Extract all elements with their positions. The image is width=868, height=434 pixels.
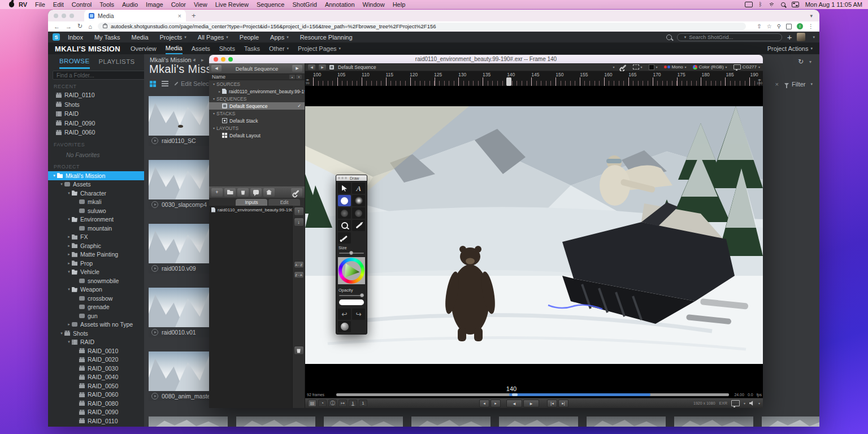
address-bar[interactable]: autodesk.shotgunstudio.com/page/media_ce… bbox=[98, 23, 746, 30]
nav-all-pages[interactable]: All Pages▾ bbox=[198, 34, 228, 41]
tree-item-environment[interactable]: ▾Environment bbox=[48, 215, 144, 224]
find-folder-input[interactable]: Find a Folder... bbox=[53, 71, 145, 80]
menubar-clock[interactable]: Mon Aug 1 11:05 AM bbox=[805, 1, 862, 8]
project-tab-other[interactable]: Other▾ bbox=[269, 43, 289, 54]
menu-sequence[interactable]: Sequence bbox=[257, 1, 285, 8]
eraser-tool[interactable] bbox=[352, 220, 365, 231]
tree-item-prop[interactable]: ▸Prop bbox=[48, 259, 144, 268]
tree-item-raid[interactable]: ▾RAID bbox=[48, 338, 144, 347]
view-options-chevron-icon[interactable]: ▾ bbox=[613, 65, 615, 69]
scrubber-thumb[interactable] bbox=[512, 393, 518, 396]
redo-button[interactable]: ↪ bbox=[352, 309, 365, 320]
media-item[interactable] bbox=[674, 416, 753, 427]
tree-item-raid-0050[interactable]: RAID_0050 bbox=[48, 381, 144, 390]
tree-item-raid-0040[interactable]: RAID_0040 bbox=[48, 373, 144, 382]
session-section-sources[interactable]: ▾SOURCES bbox=[209, 80, 305, 88]
play-forward-button[interactable]: ▸ bbox=[523, 400, 539, 407]
delete-button[interactable] bbox=[237, 188, 249, 197]
background-button[interactable]: ▾ bbox=[649, 64, 658, 70]
close-tab-icon[interactable]: × bbox=[178, 12, 181, 19]
tree-item-vehicle[interactable]: ▾Vehicle bbox=[48, 268, 144, 277]
opacity-slider-thumb[interactable] bbox=[360, 293, 364, 297]
recent-item-raid-0090[interactable]: RAID_0090 bbox=[48, 119, 144, 128]
media-item[interactable] bbox=[149, 416, 228, 427]
tree-item-mkali[interactable]: mkali bbox=[48, 198, 144, 207]
session-item-default-sequence[interactable]: Default Sequence✓ bbox=[209, 102, 305, 110]
menu-app-name[interactable]: RV bbox=[19, 1, 27, 8]
menu-control[interactable]: Control bbox=[72, 1, 92, 8]
draw-palette-titlebar[interactable]: Draw bbox=[336, 175, 367, 181]
tree-item-raid-0090[interactable]: RAID_0090 bbox=[48, 408, 144, 417]
wifi-icon[interactable] bbox=[769, 2, 775, 7]
eyedropper-tool[interactable] bbox=[338, 232, 351, 244]
nav-resource-planning[interactable]: Resource Planning bbox=[300, 34, 353, 41]
project-tab-overview[interactable]: Overview bbox=[131, 43, 157, 54]
tree-item-assets[interactable]: ▾Assets bbox=[48, 180, 144, 189]
close-window-button[interactable] bbox=[214, 57, 218, 62]
nav-projects[interactable]: Projects▾ bbox=[160, 34, 186, 41]
nav-media[interactable]: Media bbox=[132, 34, 149, 41]
apple-menu-icon[interactable] bbox=[9, 2, 14, 7]
menu-color[interactable]: Color bbox=[171, 1, 186, 8]
media-item-0030-slapcomp4[interactable]: 0030_slapcomp4 bbox=[149, 160, 212, 210]
menu-window[interactable]: Window bbox=[363, 1, 385, 8]
tree-item-raid-0030[interactable]: RAID_0030 bbox=[48, 364, 144, 373]
keyboard-icon[interactable] bbox=[745, 2, 753, 7]
control-center-icon[interactable] bbox=[792, 2, 799, 7]
tree-item-mountain[interactable]: mountain bbox=[48, 224, 144, 233]
stereo-mode-button[interactable]: Mono▾ bbox=[664, 64, 687, 70]
play-icon[interactable] bbox=[151, 201, 158, 208]
session-item-default-layout[interactable]: Default Layout bbox=[209, 132, 305, 139]
next-view-button[interactable]: ▶ bbox=[319, 64, 326, 70]
bookmark-star-icon[interactable]: ☆ bbox=[767, 23, 772, 29]
go-to-end-button[interactable]: ▸| bbox=[558, 400, 568, 407]
tree-item-raid-0020[interactable]: RAID_0020 bbox=[48, 355, 144, 364]
media-item-raid0010-v09[interactable]: raid0010.v09 bbox=[149, 224, 212, 274]
close-window-button[interactable] bbox=[338, 177, 340, 179]
close-window-button[interactable] bbox=[54, 14, 58, 18]
tree-item-shots[interactable]: ▾Shots bbox=[48, 329, 144, 338]
timeline-ruler[interactable]: 1001051101151201251301351401451501551601… bbox=[305, 71, 763, 86]
back-icon[interactable]: ← bbox=[54, 23, 60, 30]
play-icon[interactable] bbox=[151, 137, 158, 144]
project-tab-shots[interactable]: Shots bbox=[219, 43, 235, 54]
menu-image[interactable]: Image bbox=[146, 1, 163, 8]
tree-item-character[interactable]: ▾Character bbox=[48, 189, 144, 198]
menu-help[interactable]: Help bbox=[393, 1, 406, 8]
media-item-raid0110-sc[interactable]: raid0110_SC bbox=[149, 96, 212, 146]
rv-titlebar[interactable]: raid0110_environment_beauty.99-190#.exr … bbox=[209, 55, 763, 63]
browser-tab[interactable]: Media × bbox=[84, 10, 186, 21]
zoom-window-button[interactable] bbox=[228, 57, 233, 62]
menu-audio[interactable]: Audio bbox=[122, 1, 138, 8]
audio-icon[interactable] bbox=[749, 401, 754, 406]
home-icon[interactable]: ⌂ bbox=[88, 23, 92, 30]
project-tab-assets[interactable]: Assets bbox=[192, 43, 210, 54]
color-wheel[interactable] bbox=[338, 257, 365, 284]
nav-inbox[interactable]: Inbox bbox=[68, 34, 83, 41]
tree-item-snowmobile[interactable]: snowmobile bbox=[48, 276, 144, 285]
media-item[interactable] bbox=[762, 416, 819, 427]
tree-item-gun[interactable]: gun bbox=[48, 311, 144, 320]
reload-icon[interactable]: ↻ bbox=[77, 23, 83, 30]
recent-item-raid[interactable]: RAID bbox=[48, 109, 144, 119]
play-mode-button[interactable]: ↦ bbox=[338, 400, 347, 407]
collapse-icon[interactable]: ▴ bbox=[289, 75, 295, 79]
session-section-layouts[interactable]: ▾LAYOUTS bbox=[209, 124, 305, 132]
tab-inputs[interactable]: Inputs bbox=[236, 199, 267, 206]
tree-item-shots-with-no-sequence[interactable]: ▸Shots with no Sequence bbox=[48, 426, 144, 427]
image-info-button[interactable]: ⓘ bbox=[328, 400, 337, 407]
tab-edit[interactable]: Edit bbox=[268, 199, 300, 206]
tree-item-suluwo[interactable]: suluwo bbox=[48, 206, 144, 215]
image-viewport[interactable] bbox=[305, 86, 763, 385]
media-item[interactable] bbox=[236, 416, 315, 427]
dodge-tool[interactable] bbox=[338, 321, 351, 332]
project-tab-media[interactable]: Media bbox=[166, 43, 183, 54]
media-item[interactable] bbox=[499, 416, 578, 427]
move-down-button[interactable]: ↓ bbox=[294, 218, 304, 227]
refresh-icon[interactable]: ↻ bbox=[798, 58, 804, 66]
input-item-raid0110-environment-beauty-99-190[interactable]: raid0110_environment_beauty.99-190# bbox=[209, 206, 305, 214]
sidebar-tab-browse[interactable]: BROWSE bbox=[59, 54, 90, 69]
go-to-start-button[interactable]: |◂ bbox=[547, 400, 557, 407]
tree-item-matte-painting[interactable]: ▸Matte Painting bbox=[48, 250, 144, 259]
in-point-marker[interactable]: ◂▸99 bbox=[306, 78, 310, 85]
